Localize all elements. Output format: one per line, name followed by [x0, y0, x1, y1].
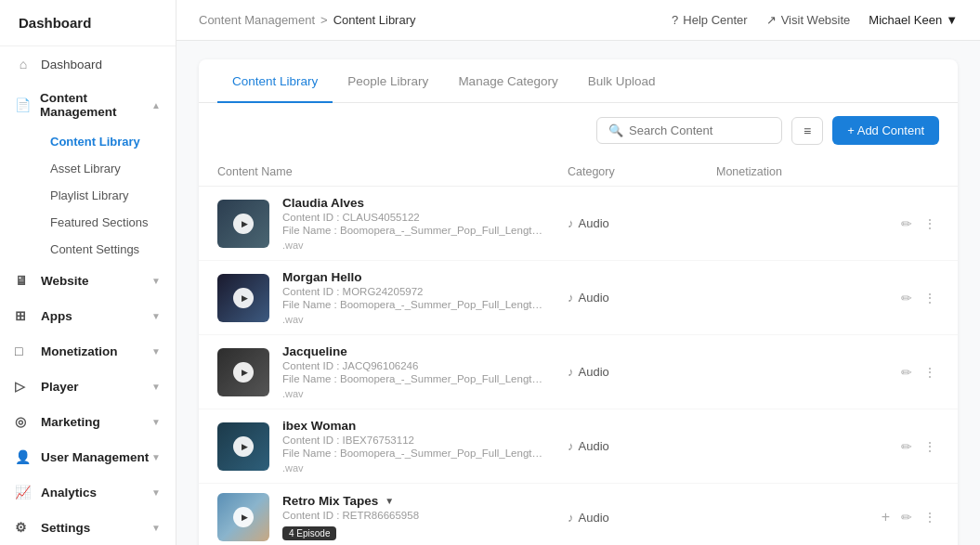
sidebar-item-content-management[interactable]: 📄 Content Management ▲ [0, 82, 176, 128]
more-options-button[interactable]: ⋮ [921, 436, 939, 457]
analytics-icon: 📈 [15, 484, 32, 500]
audio-icon: ♪ [568, 365, 574, 379]
dropdown-arrow-icon[interactable]: ▼ [385, 496, 394, 506]
tab-content-library[interactable]: Content Library [217, 59, 333, 103]
sidebar-item-website[interactable]: 🖥 Website ▼ [0, 263, 176, 298]
edit-button[interactable]: ✏ [898, 507, 915, 527]
search-box[interactable]: 🔍 [596, 117, 782, 144]
user-name: Michael Keen [869, 13, 942, 27]
tab-manage-category[interactable]: Manage Category [443, 59, 572, 103]
sidebar-label-user-management: User Management [41, 450, 149, 464]
content-text: Claudia Alves Content ID : CLAUS4055122 … [282, 196, 542, 251]
sidebar-item-dashboard[interactable]: ⌂ Dashboard [0, 46, 176, 82]
content-id: Content ID : RETR86665958 [282, 510, 419, 521]
visit-website-button[interactable]: ↗ Visit Website [766, 13, 851, 27]
row-actions: ✏ ⋮ [865, 214, 939, 234]
thumbnail[interactable]: ▶ [217, 348, 269, 396]
sidebar-item-playlist-library[interactable]: Playlist Library [41, 182, 176, 209]
sidebar-item-featured-sections[interactable]: Featured Sections [41, 209, 176, 236]
search-icon: 🔍 [608, 123, 623, 137]
col-header-category: Category [568, 165, 716, 178]
category-label: Audio [579, 291, 609, 305]
chevron-down-icon-usermgmt: ▼ [151, 452, 161, 462]
sidebar-label-player: Player [41, 380, 79, 394]
col-header-name: Content Name [217, 165, 568, 178]
filter-button[interactable]: ≡ [791, 117, 823, 145]
edit-button[interactable]: ✏ [898, 436, 915, 457]
more-options-button[interactable]: ⋮ [921, 214, 939, 234]
sidebar-label-settings: Settings [41, 521, 90, 535]
category-badge: ♪ Audio [568, 439, 716, 453]
col-header-actions [865, 165, 939, 178]
visit-label: Visit Website [781, 13, 851, 27]
content-text: Jacqueline Content ID : JACQ96106246 Fil… [282, 344, 542, 399]
add-content-button[interactable]: + Add Content [832, 116, 939, 145]
table-row: ▶ Morgan Hello Content ID : MORG24205972… [199, 261, 958, 335]
category-badge: ♪ Audio [568, 216, 716, 230]
play-button[interactable]: ▶ [233, 507, 254, 527]
sidebar-item-marketing[interactable]: ◎ Marketing ▼ [0, 404, 176, 439]
thumbnail[interactable]: ▶ [217, 493, 269, 541]
audio-icon: ♪ [568, 439, 574, 453]
table-row: ▶ Claudia Alves Content ID : CLAUS405512… [199, 187, 958, 261]
sidebar-label-content-management: Content Management [40, 91, 151, 119]
tab-people-library[interactable]: People Library [333, 59, 443, 103]
content-id: Content ID : IBEX76753112 [282, 435, 542, 446]
play-button[interactable]: ▶ [233, 214, 254, 234]
sidebar-item-user-management[interactable]: 👤 User Management ▼ [0, 439, 176, 474]
help-center-button[interactable]: ? Help Center [672, 13, 748, 27]
marketing-icon: ◎ [15, 413, 32, 430]
topbar-right: ? Help Center ↗ Visit Website Michael Ke… [672, 13, 958, 27]
audio-icon: ♪ [568, 511, 574, 525]
thumbnail[interactable]: ▶ [217, 274, 269, 322]
sidebar-item-monetization[interactable]: □ Monetization ▼ [0, 333, 176, 369]
thumbnail[interactable]: ▶ [217, 200, 269, 248]
chevron-down-icon-monetization: ▼ [151, 346, 161, 357]
sidebar-item-analytics[interactable]: 📈 Analytics ▼ [0, 474, 176, 510]
tab-bar: Content Library People Library Manage Ca… [199, 59, 958, 103]
content-name: Jacqueline [282, 344, 542, 358]
content-ext: .wav [282, 462, 542, 474]
content-info: ▶ Claudia Alves Content ID : CLAUS405512… [217, 196, 568, 251]
row-actions: + ✏ ⋮ [865, 506, 939, 528]
table-row: ▶ Retro Mix Tapes ▼ Content ID : RETR866… [199, 484, 958, 545]
category-badge: ♪ Audio [568, 291, 716, 305]
user-menu[interactable]: Michael Keen ▼ [869, 13, 958, 27]
play-button[interactable]: ▶ [233, 436, 254, 457]
sidebar-label-marketing: Marketing [41, 415, 100, 429]
edit-button[interactable]: ✏ [898, 214, 915, 234]
content-ext: .wav [282, 388, 542, 399]
content-area: Content Library People Library Manage Ca… [176, 41, 980, 545]
tab-bulk-upload[interactable]: Bulk Upload [573, 59, 671, 103]
edit-button[interactable]: ✏ [898, 362, 915, 383]
add-episode-button[interactable]: + [879, 506, 893, 528]
sidebar-item-content-library[interactable]: Content Library [41, 128, 176, 155]
content-file: File Name : Boomopera_-_Summer_Pop_Full_… [282, 448, 542, 459]
more-options-button[interactable]: ⋮ [921, 288, 939, 308]
more-options-button[interactable]: ⋮ [921, 507, 939, 527]
monetization-icon: □ [15, 343, 32, 359]
audio-icon: ♪ [568, 291, 574, 305]
external-link-icon: ↗ [766, 13, 777, 27]
content-info: ▶ Morgan Hello Content ID : MORG24205972… [217, 270, 568, 325]
content-text: ibex Woman Content ID : IBEX76753112 Fil… [282, 419, 542, 474]
episode-badge: 4 Episode [282, 526, 336, 540]
sidebar-item-player[interactable]: ▷ Player ▼ [0, 369, 176, 404]
play-button[interactable]: ▶ [233, 288, 254, 308]
sidebar-label-dashboard: Dashboard [41, 58, 102, 71]
category-label: Audio [579, 439, 609, 453]
sidebar-item-content-settings[interactable]: Content Settings [41, 236, 176, 263]
thumbnail[interactable]: ▶ [217, 422, 269, 471]
play-button[interactable]: ▶ [233, 362, 254, 383]
search-input[interactable] [629, 123, 759, 137]
chevron-down-icon-settings: ▼ [151, 523, 161, 533]
edit-button[interactable]: ✏ [898, 288, 915, 308]
sidebar-item-asset-library[interactable]: Asset Library [41, 155, 176, 182]
topbar: Content Management > Content Library ? H… [176, 0, 980, 41]
sidebar-item-apps[interactable]: ⊞ Apps ▼ [0, 298, 176, 333]
content-id: Content ID : JACQ96106246 [282, 360, 542, 371]
breadcrumb-parent[interactable]: Content Management [199, 13, 315, 27]
more-options-button[interactable]: ⋮ [921, 362, 939, 383]
sidebar-item-settings[interactable]: ⚙ Settings ▼ [0, 510, 176, 545]
player-icon: ▷ [15, 378, 32, 395]
